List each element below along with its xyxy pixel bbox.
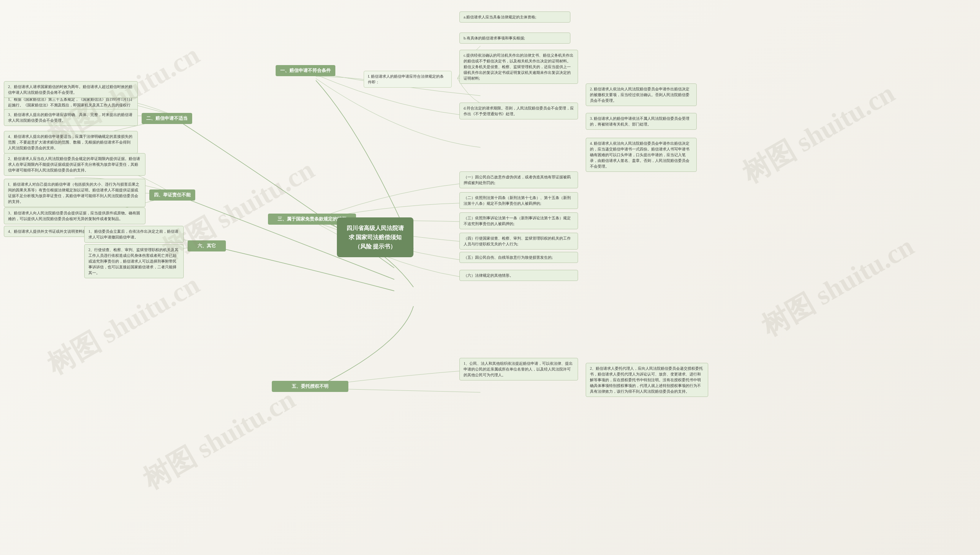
leaf-b1-r1: 2. 赔信请求人依法向人民法院赔信委员会申请作出赔信决定的被撤权文要项，应当经过… xyxy=(586,83,697,106)
leaf-b3-r4-text: （四）行使国家侦查、检察、审判、监狱管理职权的机关的工作人员与行使职权无关的个人… xyxy=(464,236,571,246)
leaf-b3-r6-text: （六）法律规定的其他情形。 xyxy=(464,273,513,278)
leaf-b1-r3: 4. 赔信请求人依法向人民法院赔信委员会申请作出赔信决定的，应当递交赔信申请书一… xyxy=(586,138,697,172)
branch-node-1[interactable]: 一、赔信申请不符合条件 xyxy=(276,65,335,76)
leaf-b5-r2-text: 2、赔信请求人委托代理人，应向人民法院赔信委员会递交授权委托书，赔信请求人委托代… xyxy=(590,366,703,393)
branch-node-5[interactable]: 五、委托授权不明 xyxy=(272,381,348,392)
watermark-5: 树图 shuitu.cn xyxy=(736,75,902,191)
leaf-b5-r1-text: 1、公民、法人和其他组织依法提起赔信申请，可以依法律、提出申请的公民的近亲属或所… xyxy=(464,361,573,377)
leaf-b1-a: a.赔信请求人应当具备法律规定的主体资格; xyxy=(459,11,570,23)
leaf-b6-l2-text: 2、行使侦查、检察、审判、监狱管理职权的机关及其工作人员违行依权造成公民身体伤害… xyxy=(88,248,178,275)
branch-2-label: 二、赔信申请不适当 xyxy=(146,116,188,121)
leaf-b1-a-text: a.赔信请求人应当具备法律规定的主体资格; xyxy=(464,15,536,19)
leaf-b2-l4-text: 4、赔信请求人提出的赔信申请要适当，应属于法律明确规定的直接损失的范围，不要超意… xyxy=(8,134,132,150)
watermark-4: 树图 shuitu.cn xyxy=(136,381,302,498)
leaf-b4-l3: 3、赔信请求人向人民法院赔信委员会提供证据，应当提供原件或原物。确有困难的，可以… xyxy=(4,207,145,224)
leaf-b4-l1: I、赔信请求人对自己提出的赔信申请（包括损失的大小、违行为与损害后果之间的因果关… xyxy=(4,179,145,207)
leaf-b3-r5-text: （五）因公民自伤、自残等故意行为致使损害发生的; xyxy=(464,255,553,260)
sub-branch-1-main: I. 赔信请求人的赔信申请应符合法律规定的条件即： xyxy=(364,71,452,88)
leaf-b1-r3-text: 4. 赔信请求人依法向人民法院赔信委员会申请作出赔信决定的，应当递交赔信申请书一… xyxy=(590,141,689,168)
leaf-b1-d-text: d.符合法定的请求期限。否则，人民法院赔信委员会不会受理，应作出《不予受理通知书… xyxy=(464,106,574,116)
leaf-b1-b-text: b.有具体的赔信请求事项和事实根据; xyxy=(464,36,525,40)
branch-3-label: 三、属于国家免责条款规定的情形 xyxy=(278,216,346,222)
branch-node-2[interactable]: 二、赔信申请不适当 xyxy=(142,113,192,124)
leaf-b3-r4: （四）行使国家侦查、检察、审判、监狱管理职权的机关的工作人员与行使职权无关的个人… xyxy=(459,233,578,250)
leaf-b4-l3-text: 3、赔信请求人向人民法院赔信委员会提供证据，应当提供原件或原物。确有困难的，可以… xyxy=(8,211,140,221)
branch-1-label: 一、赔信申请不符合条件 xyxy=(280,68,331,73)
leaf-b1-r2-text: 3. 赔信请求人的赔信申请依法不属人民法院赔信委员会受理的，将被转请有关机关、部… xyxy=(590,116,689,126)
sub-branch-1-label: I. 赔信请求人的赔信申请应符合法律规定的条件即： xyxy=(368,74,444,84)
leaf-b1-r2: 3. 赔信请求人的赔信申请依法不属人民法院赔信委员会受理的，将被转请有关机关、部… xyxy=(586,113,697,130)
branch-node-4[interactable]: 四、举证责任不能 xyxy=(149,189,195,201)
leaf-b5-r1: 1、公民、法人和其他组织依法提起赔信申请，可以依法律、提出申请的公民的近亲属或所… xyxy=(459,358,578,380)
leaf-b5-r2: 2、赔信请求人委托代理人，应向人民法院赔信委员会递交授权委托书，赔信请求人委托代… xyxy=(586,363,708,397)
leaf-b4-l1-text: I、赔信请求人对自己提出的赔信申请（包括损失的大小、违行为与损害后果之间的因果关… xyxy=(8,182,139,204)
branch-node-6[interactable]: 六、其它 xyxy=(188,240,226,251)
leaf-b6-l1-text: 1、赔信委员会立案后，在依法作出决定之前，赔信请求人可以申请撤回赔信申请。 xyxy=(88,229,178,239)
leaf-b6-l2: 2、行使侦查、检察、审判、监狱管理职权的机关及其工作人员违行依权造成公民身体伤害… xyxy=(84,244,184,278)
leaf-b2-l3: 3、赔信请求人提出的赔信申请应该明确、具体、完整，对来提出的赔信请求人民法院赔信… xyxy=(4,109,138,126)
leaf-b1-c-text: c.提供经依法确认的司法机关作出的法律文书、赔信义务机关作出的赔信或不予赔信决定… xyxy=(464,53,573,80)
leaf-b3-r2-text: （二）依照刑法第十四条（新刑法第十七条）、第十五条（新刑法第十八条）规定不负刑事… xyxy=(464,196,571,206)
leaf-b3-r1-text: （一）因公民自己故意作虚伪供述，或者伪造其他有罪证据被羁押或被判处刑罚的; xyxy=(464,175,571,185)
leaf-b4-l2-text: 2、赔信请求人应当在人民法院赔信委员会规定的举证期限内提供证据。赔信请求人在举证… xyxy=(8,157,140,172)
center-node: 四川省高级人民法院请求 国家司法赔偿须知（风险 提示书） xyxy=(337,217,413,257)
leaf-b3-r3: （三）依照刑事诉讼法第十一条（新刑事诉讼法第十五条）规定不追究刑事责任的人被羁押… xyxy=(459,212,578,229)
leaf-b3-r3-text: （三）依照刑事诉讼法第十一条（新刑事诉讼法第十五条）规定不追究刑事责任的人被羁押… xyxy=(464,216,571,226)
branch-4-label: 四、举证责任不能 xyxy=(154,192,191,198)
center-label: 四川省高级人民法院请求 国家司法赔偿须知（风险 提示书） xyxy=(346,225,404,250)
leaf-b2-l2: 2、赔信请求人请求国家赔信的时效为两年。赔信请求人超过赔信时效的赔信申请人民法院… xyxy=(4,81,138,98)
mind-map-container: 树图 shuitu.cn 树图 shuitu.cn 树图 shuitu.cn 树… xyxy=(0,0,980,555)
leaf-b1-c: c.提供经依法确认的司法机关作出的法律文书、赔信义务机关作出的赔信或不予赔信决定… xyxy=(459,50,578,84)
leaf-b2-l4: 4、赔信请求人提出的赔信申请要适当，应属于法律明确规定的直接损失的范围，不要超意… xyxy=(4,131,138,153)
leaf-b3-r1: （一）因公民自己故意作虚伪供述，或者伪造其他有罪证据被羁押或被判处刑罚的; xyxy=(459,171,578,188)
leaf-b2-l3-text: 3、赔信请求人提出的赔信申请应该明确、具体、完整，对来提出的赔信请求人民法院赔信… xyxy=(8,113,132,122)
leaf-b6-l1: 1、赔信委员会立案后，在依法作出决定之前，赔信请求人可以申请撤回赔信申请。 xyxy=(84,226,184,243)
leaf-b1-b: b.有具体的赔信请求事项和事实根据; xyxy=(459,33,570,44)
leaf-b3-r6: （六）法律规定的其他情形。 xyxy=(459,270,578,281)
leaf-b4-l2: 2、赔信请求人应当在人民法院赔信委员会规定的举证期限内提供证据。赔信请求人在举证… xyxy=(4,153,145,176)
branch-5-label: 五、委托授权不明 xyxy=(292,384,328,389)
leaf-b1-d: d.符合法定的请求期限。否则，人民法院赔信委员会不会受理，应作出《不予受理通知书… xyxy=(459,103,578,119)
watermark-3: 树图 shuitu.cn xyxy=(41,266,206,383)
watermark-6: 树图 shuitu.cn xyxy=(755,228,921,344)
leaf-b3-r5: （五）因公民自伤、自残等故意行为致使损害发生的; xyxy=(459,252,578,263)
branch-6-label: 六、其它 xyxy=(198,243,216,248)
leaf-b2-l2-text: 2、赔信请求人请求国家赔信的时效为两年。赔信请求人超过赔信时效的赔信申请人民法院… xyxy=(8,85,132,95)
leaf-b1-r1-text: 2. 赔信请求人依法向人民法院赔信委员会申请作出赔信决定的被撤权文要项，应当经过… xyxy=(590,87,689,103)
leaf-b3-r2: （二）依照刑法第十四条（新刑法第十七条）、第十五条（新刑法第十八条）规定不负刑事… xyxy=(459,192,578,209)
